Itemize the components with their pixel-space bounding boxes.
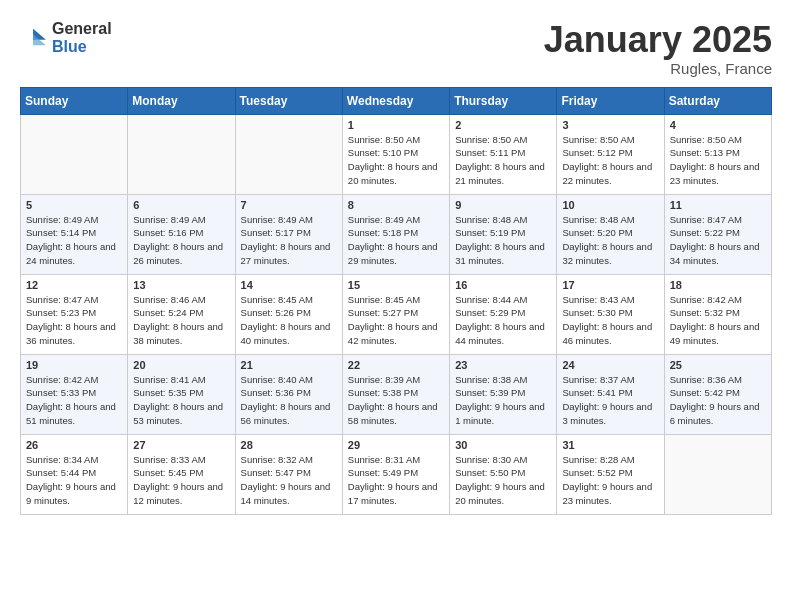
day-number: 25	[670, 359, 766, 371]
table-row: 1 Sunrise: 8:50 AM Sunset: 5:10 PM Dayli…	[342, 114, 449, 194]
day-sunset: Sunset: 5:32 PM	[670, 307, 740, 318]
day-daylight: Daylight: 8 hours and 44 minutes.	[455, 321, 545, 346]
day-sunrise: Sunrise: 8:33 AM	[133, 454, 205, 465]
day-daylight: Daylight: 9 hours and 23 minutes.	[562, 481, 652, 506]
day-daylight: Daylight: 8 hours and 46 minutes.	[562, 321, 652, 346]
day-number: 31	[562, 439, 658, 451]
header-wednesday: Wednesday	[342, 87, 449, 114]
page: General Blue January 2025 Rugles, France…	[0, 0, 792, 525]
day-sunrise: Sunrise: 8:47 AM	[670, 214, 742, 225]
day-sunrise: Sunrise: 8:31 AM	[348, 454, 420, 465]
day-sunset: Sunset: 5:13 PM	[670, 147, 740, 158]
header-sunday: Sunday	[21, 87, 128, 114]
day-sunset: Sunset: 5:14 PM	[26, 227, 96, 238]
day-daylight: Daylight: 8 hours and 26 minutes.	[133, 241, 223, 266]
table-row: 10 Sunrise: 8:48 AM Sunset: 5:20 PM Dayl…	[557, 194, 664, 274]
calendar-table: Sunday Monday Tuesday Wednesday Thursday…	[20, 87, 772, 515]
day-sunrise: Sunrise: 8:49 AM	[133, 214, 205, 225]
day-number: 23	[455, 359, 551, 371]
table-row: 21 Sunrise: 8:40 AM Sunset: 5:36 PM Dayl…	[235, 354, 342, 434]
day-sunset: Sunset: 5:22 PM	[670, 227, 740, 238]
table-row: 31 Sunrise: 8:28 AM Sunset: 5:52 PM Dayl…	[557, 434, 664, 514]
day-sunset: Sunset: 5:17 PM	[241, 227, 311, 238]
table-row: 12 Sunrise: 8:47 AM Sunset: 5:23 PM Dayl…	[21, 274, 128, 354]
day-daylight: Daylight: 9 hours and 6 minutes.	[670, 401, 760, 426]
day-number: 12	[26, 279, 122, 291]
table-row: 13 Sunrise: 8:46 AM Sunset: 5:24 PM Dayl…	[128, 274, 235, 354]
day-number: 27	[133, 439, 229, 451]
day-sunset: Sunset: 5:29 PM	[455, 307, 525, 318]
day-sunrise: Sunrise: 8:49 AM	[348, 214, 420, 225]
calendar-week-row: 12 Sunrise: 8:47 AM Sunset: 5:23 PM Dayl…	[21, 274, 772, 354]
day-sunrise: Sunrise: 8:45 AM	[241, 294, 313, 305]
day-daylight: Daylight: 8 hours and 23 minutes.	[670, 161, 760, 186]
day-sunset: Sunset: 5:38 PM	[348, 387, 418, 398]
day-sunset: Sunset: 5:11 PM	[455, 147, 525, 158]
day-number: 10	[562, 199, 658, 211]
day-sunset: Sunset: 5:36 PM	[241, 387, 311, 398]
day-number: 29	[348, 439, 444, 451]
day-sunrise: Sunrise: 8:44 AM	[455, 294, 527, 305]
day-sunrise: Sunrise: 8:49 AM	[26, 214, 98, 225]
day-sunrise: Sunrise: 8:46 AM	[133, 294, 205, 305]
day-number: 26	[26, 439, 122, 451]
day-daylight: Daylight: 9 hours and 17 minutes.	[348, 481, 438, 506]
table-row: 11 Sunrise: 8:47 AM Sunset: 5:22 PM Dayl…	[664, 194, 771, 274]
day-sunset: Sunset: 5:27 PM	[348, 307, 418, 318]
table-row: 16 Sunrise: 8:44 AM Sunset: 5:29 PM Dayl…	[450, 274, 557, 354]
day-daylight: Daylight: 9 hours and 3 minutes.	[562, 401, 652, 426]
day-sunrise: Sunrise: 8:50 AM	[562, 134, 634, 145]
day-number: 5	[26, 199, 122, 211]
day-number: 14	[241, 279, 337, 291]
day-daylight: Daylight: 8 hours and 24 minutes.	[26, 241, 116, 266]
table-row: 20 Sunrise: 8:41 AM Sunset: 5:35 PM Dayl…	[128, 354, 235, 434]
day-number: 22	[348, 359, 444, 371]
header-saturday: Saturday	[664, 87, 771, 114]
table-row: 2 Sunrise: 8:50 AM Sunset: 5:11 PM Dayli…	[450, 114, 557, 194]
table-row: 6 Sunrise: 8:49 AM Sunset: 5:16 PM Dayli…	[128, 194, 235, 274]
table-row	[128, 114, 235, 194]
day-daylight: Daylight: 9 hours and 1 minute.	[455, 401, 545, 426]
day-number: 16	[455, 279, 551, 291]
day-sunset: Sunset: 5:44 PM	[26, 467, 96, 478]
table-row: 8 Sunrise: 8:49 AM Sunset: 5:18 PM Dayli…	[342, 194, 449, 274]
day-sunrise: Sunrise: 8:37 AM	[562, 374, 634, 385]
day-sunset: Sunset: 5:47 PM	[241, 467, 311, 478]
day-sunrise: Sunrise: 8:28 AM	[562, 454, 634, 465]
day-sunrise: Sunrise: 8:36 AM	[670, 374, 742, 385]
table-row: 26 Sunrise: 8:34 AM Sunset: 5:44 PM Dayl…	[21, 434, 128, 514]
day-sunrise: Sunrise: 8:45 AM	[348, 294, 420, 305]
day-sunset: Sunset: 5:42 PM	[670, 387, 740, 398]
table-row	[21, 114, 128, 194]
table-row: 5 Sunrise: 8:49 AM Sunset: 5:14 PM Dayli…	[21, 194, 128, 274]
day-daylight: Daylight: 8 hours and 53 minutes.	[133, 401, 223, 426]
table-row: 17 Sunrise: 8:43 AM Sunset: 5:30 PM Dayl…	[557, 274, 664, 354]
day-daylight: Daylight: 8 hours and 22 minutes.	[562, 161, 652, 186]
day-number: 4	[670, 119, 766, 131]
logo: General Blue	[20, 20, 112, 56]
day-sunrise: Sunrise: 8:42 AM	[26, 374, 98, 385]
table-row: 14 Sunrise: 8:45 AM Sunset: 5:26 PM Dayl…	[235, 274, 342, 354]
day-sunset: Sunset: 5:24 PM	[133, 307, 203, 318]
day-daylight: Daylight: 8 hours and 49 minutes.	[670, 321, 760, 346]
day-number: 11	[670, 199, 766, 211]
day-sunset: Sunset: 5:50 PM	[455, 467, 525, 478]
day-number: 9	[455, 199, 551, 211]
day-number: 21	[241, 359, 337, 371]
day-number: 18	[670, 279, 766, 291]
day-daylight: Daylight: 8 hours and 32 minutes.	[562, 241, 652, 266]
day-daylight: Daylight: 9 hours and 20 minutes.	[455, 481, 545, 506]
table-row: 27 Sunrise: 8:33 AM Sunset: 5:45 PM Dayl…	[128, 434, 235, 514]
day-number: 3	[562, 119, 658, 131]
day-number: 1	[348, 119, 444, 131]
day-daylight: Daylight: 8 hours and 51 minutes.	[26, 401, 116, 426]
table-row: 23 Sunrise: 8:38 AM Sunset: 5:39 PM Dayl…	[450, 354, 557, 434]
day-daylight: Daylight: 9 hours and 14 minutes.	[241, 481, 331, 506]
day-number: 6	[133, 199, 229, 211]
day-sunset: Sunset: 5:41 PM	[562, 387, 632, 398]
day-sunrise: Sunrise: 8:43 AM	[562, 294, 634, 305]
day-sunset: Sunset: 5:30 PM	[562, 307, 632, 318]
day-sunrise: Sunrise: 8:50 AM	[670, 134, 742, 145]
table-row: 7 Sunrise: 8:49 AM Sunset: 5:17 PM Dayli…	[235, 194, 342, 274]
day-sunset: Sunset: 5:35 PM	[133, 387, 203, 398]
